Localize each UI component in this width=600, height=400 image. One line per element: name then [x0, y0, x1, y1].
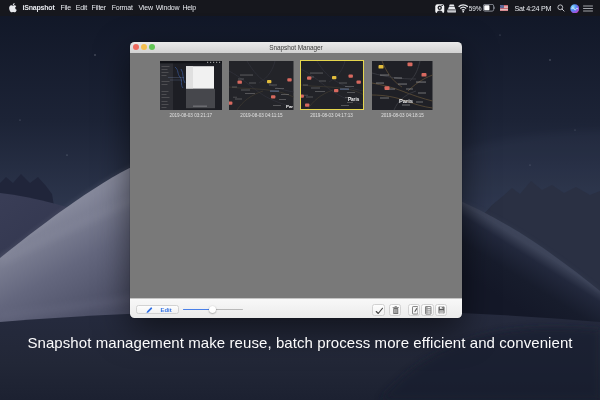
svg-text:Par: Par [286, 103, 293, 108]
svg-text:Paris: Paris [399, 97, 413, 103]
